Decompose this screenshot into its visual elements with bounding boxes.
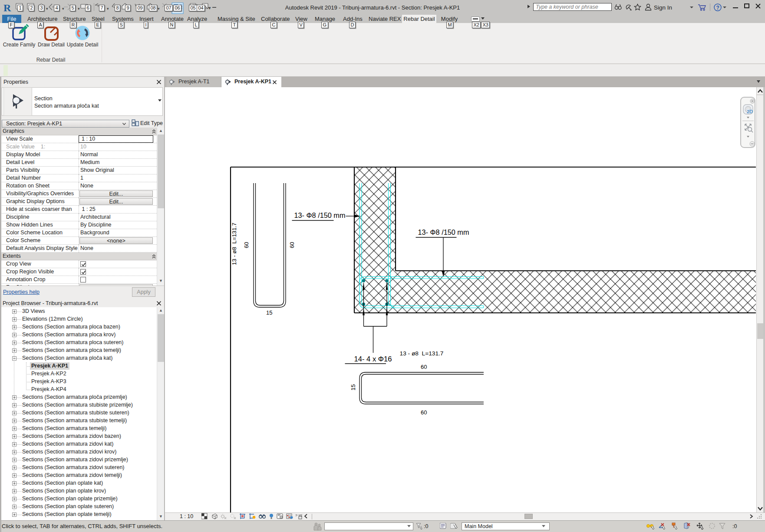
svg-text:Sign In: Sign In — [654, 4, 672, 11]
svg-text:60: 60 — [421, 409, 427, 416]
svg-text:?: ? — [716, 5, 719, 11]
svg-text:60: 60 — [289, 242, 295, 248]
svg-text:15: 15 — [266, 309, 272, 316]
svg-text:60: 60 — [421, 364, 427, 370]
svg-text:60: 60 — [243, 242, 250, 248]
svg-text:13- Φ8 /150 mm: 13- Φ8 /150 mm — [294, 212, 346, 219]
svg-text:15: 15 — [350, 384, 356, 391]
svg-text:13 - ø8 L=131.7: 13 - ø8 L=131.7 — [231, 223, 237, 265]
svg-text:14- 4 x Φ16: 14- 4 x Φ16 — [354, 355, 392, 363]
svg-text:13 - ø8 L=131.7: 13 - ø8 L=131.7 — [400, 350, 444, 357]
svg-text:13- Φ8 /150 mm: 13- Φ8 /150 mm — [418, 229, 469, 236]
